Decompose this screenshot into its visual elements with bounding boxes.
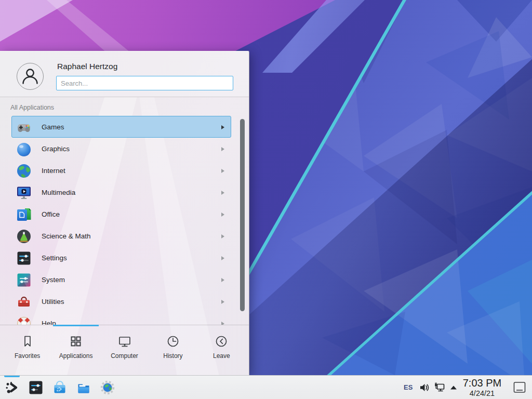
volume-icon[interactable] xyxy=(419,382,430,393)
active-task-indicator xyxy=(4,376,20,377)
launcher-footer: Favorites Applications xyxy=(0,325,249,376)
leave-circle-icon xyxy=(214,334,229,349)
submenu-arrow-icon xyxy=(221,147,224,151)
category-multimedia[interactable]: Multimedia xyxy=(11,181,231,203)
file-manager-button[interactable] xyxy=(76,380,91,395)
lifebuoy-icon xyxy=(16,315,32,325)
tab-leave[interactable]: Leave xyxy=(197,334,246,360)
submenu-arrow-icon xyxy=(221,256,224,260)
clock-icon xyxy=(166,334,180,349)
user-avatar[interactable] xyxy=(17,63,44,90)
globe-icon xyxy=(16,163,32,179)
category-settings[interactable]: Settings xyxy=(11,247,231,269)
gamepad-icon xyxy=(16,119,32,136)
search-input[interactable] xyxy=(56,76,233,90)
system-settings-icon xyxy=(28,388,44,397)
discover-bag-icon xyxy=(52,388,68,397)
submenu-arrow-icon xyxy=(221,278,224,282)
documents-icon xyxy=(16,206,32,223)
kde-kickoff-icon xyxy=(4,388,20,397)
category-science-math[interactable]: Science & Math xyxy=(11,225,231,247)
section-label: All Applications xyxy=(10,104,54,111)
submenu-arrow-icon xyxy=(221,169,224,173)
active-tab-indicator xyxy=(53,325,99,326)
desktop-screen: Raphael Hertzog All Applications Games xyxy=(0,0,532,399)
digital-clock[interactable]: 7:03 PM 4/24/21 xyxy=(459,377,505,398)
category-system[interactable]: System xyxy=(11,269,231,290)
category-utilities[interactable]: Utilities xyxy=(11,290,231,312)
submenu-arrow-icon xyxy=(221,300,224,304)
scrollbar-thumb[interactable] xyxy=(240,119,245,311)
sliders-dark-icon xyxy=(16,250,32,267)
system-settings-button[interactable] xyxy=(28,380,44,395)
monitor-play-icon xyxy=(16,184,32,201)
application-launcher-menu: Raphael Hertzog All Applications Games xyxy=(0,51,249,375)
submenu-arrow-icon xyxy=(221,212,224,217)
clock-date: 4/24/21 xyxy=(459,389,505,398)
tab-applications[interactable]: Applications xyxy=(51,334,100,360)
bookmark-icon xyxy=(20,334,35,349)
category-games[interactable]: Games xyxy=(11,116,231,138)
clock-time: 7:03 PM xyxy=(459,377,505,389)
application-launcher-button[interactable] xyxy=(4,380,20,395)
computer-icon xyxy=(117,334,132,349)
sliders-gradient-icon xyxy=(16,272,32,288)
keyboard-layout-indicator[interactable]: ES xyxy=(404,376,413,399)
tab-history[interactable]: History xyxy=(149,334,197,360)
submenu-arrow-icon xyxy=(221,125,224,129)
launcher-header: Raphael Hertzog xyxy=(0,51,249,97)
submenu-arrow-icon xyxy=(221,234,224,238)
show-desktop-button[interactable] xyxy=(513,381,526,394)
web-browser-button[interactable] xyxy=(100,380,115,395)
discover-button[interactable] xyxy=(52,380,68,395)
category-list: Games Graphics xyxy=(0,116,235,325)
tab-favorites[interactable]: Favorites xyxy=(3,334,51,360)
submenu-arrow-icon xyxy=(221,191,224,195)
app-grid-icon xyxy=(69,334,83,349)
flask-icon xyxy=(16,228,32,245)
toolbox-icon xyxy=(16,294,32,310)
category-internet[interactable]: Internet xyxy=(11,159,231,181)
expand-up-icon[interactable] xyxy=(448,382,460,394)
globe-gear-icon xyxy=(100,388,115,397)
category-graphics[interactable]: Graphics xyxy=(11,138,231,159)
tab-computer[interactable]: Computer xyxy=(100,334,149,360)
category-office[interactable]: Office xyxy=(11,203,231,225)
user-name: Raphael Hertzog xyxy=(57,62,117,71)
dolphin-folder-icon xyxy=(76,388,91,397)
network-icon[interactable] xyxy=(434,382,445,393)
blue-sphere-icon xyxy=(16,141,32,157)
taskbar: ES 7:03 PM 4/24/21 xyxy=(0,375,532,399)
category-help[interactable]: Help xyxy=(11,312,231,325)
